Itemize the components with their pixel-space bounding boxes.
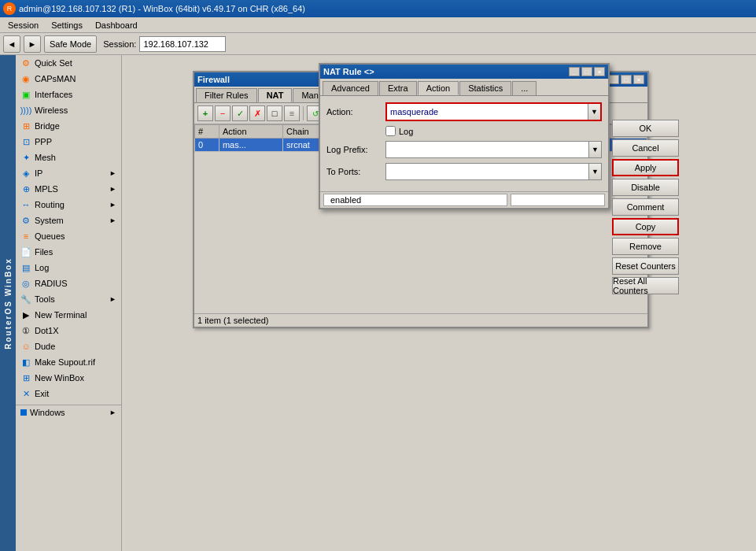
sidebar-item-interfaces[interactable]: ▣ Interfaces (16, 87, 121, 102)
files-icon: 📄 (20, 246, 31, 257)
fw-enable-button[interactable]: ✓ (232, 105, 248, 121)
reset-all-counters-button[interactable]: Reset All Counters (612, 277, 679, 294)
nat-to-ports-input[interactable] (386, 164, 588, 179)
windows-dot (20, 409, 27, 416)
ok-button[interactable]: OK (612, 120, 679, 137)
apply-button[interactable]: Apply (612, 159, 679, 176)
nat-status-text: enabled (323, 194, 507, 206)
menu-session[interactable]: Session (2, 19, 45, 31)
fw-disable-button[interactable]: ✗ (249, 105, 265, 121)
newwinbox-icon: ⊞ (20, 372, 31, 383)
nat-log-prefix-row: Log Prefix: ▼ (326, 141, 602, 158)
nat-tab-more[interactable]: ... (512, 81, 537, 95)
sidebar-item-wireless[interactable]: )))) Wireless (16, 102, 121, 118)
copy-button[interactable]: Copy (612, 218, 679, 235)
menu-settings[interactable]: Settings (45, 19, 89, 31)
back-button[interactable]: ◄ (3, 35, 20, 53)
col-num: # (195, 125, 219, 139)
ip-arrow: ► (109, 169, 116, 177)
nat-tab-statistics[interactable]: Statistics (459, 81, 511, 95)
col-action: Action (219, 125, 282, 139)
sidebar-item-newwinbox[interactable]: ⊞ New WinBox (16, 370, 121, 386)
nat-tab-extra[interactable]: Extra (379, 81, 417, 95)
comment-button[interactable]: Comment (612, 198, 679, 216)
sidebar-item-terminal[interactable]: ▶ New Terminal (16, 307, 121, 323)
nat-to-ports-dropdown[interactable]: ▼ (588, 164, 601, 179)
capsman-icon: ◉ (20, 73, 31, 84)
sidebar-item-dude[interactable]: ☺ Dude (16, 338, 121, 354)
firewall-close-button[interactable]: × (633, 75, 644, 84)
firewall-status: 1 item (1 selected) (194, 313, 647, 327)
nat-to-ports-label: To Ports: (326, 167, 385, 176)
sidebar-item-radius[interactable]: ◎ RADIUS (16, 276, 121, 291)
sidebar-item-log[interactable]: ▤ Log (16, 260, 121, 276)
nat-log-label: Log (399, 127, 413, 136)
sidebar-item-queues[interactable]: ≡ Queues (16, 228, 121, 244)
remove-button[interactable]: Remove (612, 238, 679, 255)
sidebar-item-ppp[interactable]: ⊡ PPP (16, 134, 121, 150)
cancel-button[interactable]: Cancel (612, 139, 679, 157)
forward-button[interactable]: ► (24, 35, 41, 53)
dude-icon: ☺ (20, 341, 31, 352)
tab-nat[interactable]: NAT (258, 88, 293, 102)
menu-dashboard[interactable]: Dashboard (89, 19, 144, 31)
sidebar-item-ip[interactable]: ◈ IP ► (16, 165, 121, 181)
sidebar: ⚙ Quick Set ◉ CAPsMAN ▣ Interfaces )))) … (16, 55, 122, 551)
mesh-icon: ✦ (20, 152, 31, 163)
main-toolbar: ◄ ► Safe Mode Session: (0, 33, 756, 55)
nat-log-row: Log (385, 126, 602, 136)
reset-icon: ↺ (312, 109, 319, 118)
sidebar-item-tools[interactable]: 🔧 Tools ► (16, 291, 121, 307)
fw-remove-button[interactable]: − (215, 105, 230, 121)
nat-action-dropdown-button[interactable]: ▼ (588, 104, 600, 120)
nat-log-prefix-dropdown[interactable]: ▼ (588, 142, 601, 157)
dot1x-icon: ① (20, 325, 31, 336)
nat-tab-action[interactable]: Action (418, 81, 459, 95)
winbox-vertical-label: RouterOS WinBox (0, 55, 16, 551)
ppp-icon: ⊡ (20, 136, 31, 147)
reset-counters-button[interactable]: Reset Counters (612, 257, 679, 275)
nat-dialog: NAT Rule <> _ □ × Advanced Extra Action (319, 63, 610, 209)
sidebar-item-mpls[interactable]: ⊕ MPLS ► (16, 181, 121, 197)
nat-log-checkbox[interactable] (385, 126, 396, 136)
fw-copy-button[interactable]: □ (267, 105, 282, 121)
windows-arrow: ► (109, 409, 116, 416)
nat-close-button[interactable]: × (594, 67, 605, 76)
sidebar-item-supout[interactable]: ◧ Make Supout.rif (16, 354, 121, 370)
firewall-controls: _ □ × (608, 75, 644, 84)
nat-action-input[interactable] (387, 104, 588, 120)
nat-log-prefix-input[interactable] (386, 142, 588, 157)
safe-mode-button[interactable]: Safe Mode (44, 35, 97, 53)
sidebar-item-files[interactable]: 📄 Files (16, 244, 121, 260)
sidebar-item-quickset[interactable]: ⚙ Quick Set (16, 55, 121, 71)
sidebar-item-bridge[interactable]: ⊞ Bridge (16, 118, 121, 134)
windows-item[interactable]: Windows ► (16, 405, 121, 420)
cell-num: 0 (195, 139, 219, 152)
sidebar-item-capsman[interactable]: ◉ CAPsMAN (16, 71, 121, 87)
sidebar-item-exit[interactable]: ✕ Exit (16, 386, 121, 401)
sidebar-item-routing[interactable]: ↔ Routing ► (16, 197, 121, 213)
firewall-minimize-button[interactable]: _ (608, 75, 619, 84)
disable-button[interactable]: Disable (612, 179, 679, 196)
wireless-icon: )))) (20, 105, 31, 116)
ip-icon: ◈ (20, 168, 31, 179)
session-input[interactable] (139, 36, 226, 52)
cell-action: mas... (219, 139, 282, 152)
sidebar-item-system[interactable]: ⚙ System ► (16, 213, 121, 228)
nat-tab-advanced[interactable]: Advanced (323, 81, 378, 95)
sidebar-item-mesh[interactable]: ✦ Mesh (16, 150, 121, 165)
title-bar: R admin@192.168.107.132 (R1) - WinBox (6… (0, 0, 756, 17)
sidebar-item-dot1x[interactable]: ① Dot1X (16, 323, 121, 338)
nat-controls: _ □ × (569, 67, 605, 76)
nat-maximize-button[interactable]: □ (581, 67, 592, 76)
fw-filter-button[interactable]: ≡ (284, 105, 300, 121)
interfaces-icon: ▣ (20, 89, 31, 100)
firewall-title: Firewall (197, 75, 230, 84)
fw-add-button[interactable]: + (197, 105, 213, 121)
tab-filter-rules[interactable]: Filter Rules (196, 88, 257, 102)
nat-action-select-wrapper[interactable]: ▼ (385, 102, 602, 121)
terminal-icon: ▶ (20, 309, 31, 320)
nat-minimize-button[interactable]: _ (569, 67, 580, 76)
firewall-maximize-button[interactable]: □ (621, 75, 632, 84)
routing-icon: ↔ (20, 199, 31, 210)
